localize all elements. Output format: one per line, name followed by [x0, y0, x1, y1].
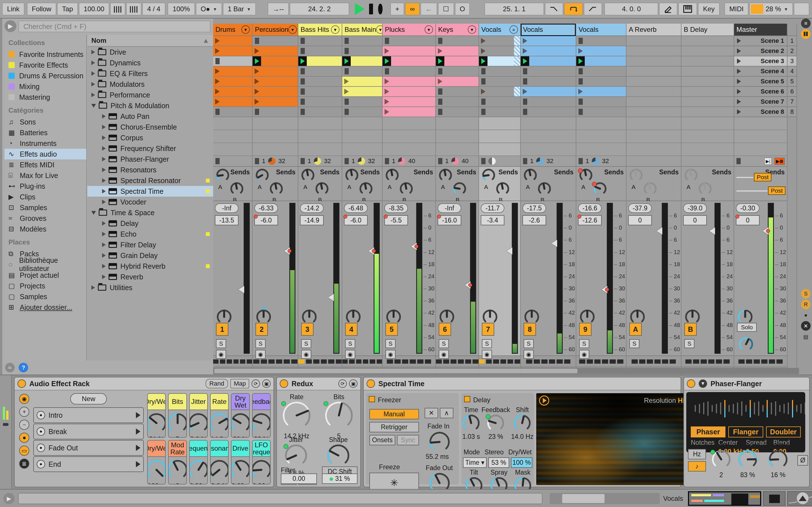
- track-header[interactable]: Plucks▼: [383, 24, 435, 36]
- overdub-button[interactable]: +: [391, 3, 404, 15]
- scene-slot-4[interactable]: Scene 4: [734, 66, 787, 76]
- clip-slot-4[interactable]: [681, 66, 733, 76]
- tree-item-utilities[interactable]: Utilities: [87, 282, 213, 293]
- scene-play-icon[interactable]: [737, 69, 741, 74]
- clip-slot-4[interactable]: [436, 66, 478, 76]
- send-b-knob[interactable]: [269, 181, 284, 198]
- freezer-retrigger-button[interactable]: Retrigger: [369, 422, 419, 432]
- send-a-knob[interactable]: [481, 168, 496, 184]
- strip-cell[interactable]: [493, 359, 499, 363]
- peak-level-display[interactable]: -17.5: [522, 203, 546, 213]
- macro-knob[interactable]: [189, 459, 208, 482]
- solo-button[interactable]: S: [684, 339, 695, 348]
- macro-knob[interactable]: [168, 459, 187, 482]
- clip-slot-4[interactable]: [342, 66, 382, 76]
- clip-slot-5[interactable]: [521, 76, 576, 87]
- clip-slot-2[interactable]: [253, 46, 298, 56]
- arm-button[interactable]: ◉: [345, 350, 355, 359]
- solo-button[interactable]: S: [482, 339, 492, 348]
- clip-slot-2[interactable]: [436, 46, 478, 56]
- strip-cell[interactable]: [754, 359, 760, 363]
- expand-arrow-icon[interactable]: [91, 71, 95, 76]
- strip-cell[interactable]: [647, 359, 653, 363]
- expand-arrow-icon[interactable]: [102, 114, 106, 119]
- phaser-hz-button[interactable]: Hz: [688, 449, 706, 459]
- tree-item-delay[interactable]: Delay: [87, 218, 213, 229]
- redux-filter-freq-field[interactable]: 0.00: [281, 473, 317, 484]
- collection-item-0[interactable]: Favorite Instruments: [4, 49, 86, 60]
- status-fold-up-button[interactable]: [796, 492, 809, 505]
- spectral-power-led[interactable]: [366, 379, 375, 388]
- tab-doubler[interactable]: Doubler: [766, 427, 801, 438]
- clip-slot-6[interactable]: [436, 87, 478, 97]
- peak-level-display[interactable]: -39.0: [683, 203, 707, 213]
- expand-arrow-icon[interactable]: [102, 232, 106, 236]
- tap-tempo-button[interactable]: Tap: [57, 3, 78, 15]
- strip-cell[interactable]: [240, 359, 245, 363]
- rack-rand-button[interactable]: Rand: [206, 379, 229, 388]
- rack-variation-camera-icon[interactable]: ⏺: [19, 433, 29, 443]
- rack-variation-camera2-icon[interactable]: ▭: [19, 446, 29, 456]
- strip-cell[interactable]: [686, 359, 692, 363]
- strip-cell[interactable]: [549, 359, 555, 363]
- volume-field[interactable]: -14.9: [300, 215, 324, 225]
- tree-item-modulators[interactable]: Modulators: [87, 79, 213, 90]
- solo-button[interactable]: Solo: [737, 323, 757, 332]
- category-item-effets-midi[interactable]: ≣Effets MIDI: [4, 159, 86, 170]
- strip-cell[interactable]: [557, 359, 563, 363]
- strip-cell[interactable]: [526, 359, 532, 363]
- track-activator[interactable]: 4: [345, 323, 357, 336]
- strip-cell[interactable]: [739, 359, 745, 363]
- midi-map-button[interactable]: MIDI: [725, 3, 749, 15]
- track-activator[interactable]: 3: [301, 323, 313, 336]
- clip-slot-6[interactable]: [521, 87, 576, 97]
- clip-stop-row[interactable]: [213, 156, 252, 167]
- show-sends-toggle[interactable]: S: [801, 289, 811, 298]
- clip-slot-3[interactable]: [253, 56, 298, 66]
- clip-slot-4[interactable]: [298, 66, 342, 76]
- category-item-clips[interactable]: ▶Clips: [4, 191, 86, 202]
- tree-item-corpus[interactable]: Corpus: [87, 132, 213, 143]
- strip-cell[interactable]: [541, 359, 548, 363]
- show-crossfade-toggle[interactable]: ▤: [801, 332, 811, 341]
- clip-slot-8[interactable]: [436, 107, 478, 117]
- arm-button[interactable]: ◉: [482, 350, 492, 359]
- strip-cell[interactable]: [708, 359, 714, 363]
- track-header[interactable]: Vocals: [576, 24, 626, 36]
- send-a-knob[interactable]: [684, 168, 698, 184]
- strip-cell[interactable]: [716, 359, 722, 363]
- place-item-5[interactable]: ⊞Ajouter dossier...: [4, 302, 86, 313]
- strip-cell[interactable]: [291, 359, 297, 363]
- variation-launch-icon[interactable]: [136, 461, 140, 467]
- clip-stop-row[interactable]: 132: [253, 156, 298, 167]
- track-header-menu-icon[interactable]: ▼: [376, 25, 382, 34]
- track-header[interactable]: Keys▼: [436, 24, 478, 36]
- track-header[interactable]: Bass Hits▼: [298, 24, 342, 36]
- send-b-knob[interactable]: [643, 181, 658, 198]
- punch-in-button[interactable]: [545, 3, 563, 15]
- scene-play-icon[interactable]: [737, 109, 741, 114]
- track-activator[interactable]: 2: [255, 323, 268, 336]
- clip-slot-5[interactable]: [479, 76, 520, 87]
- tree-item-echo[interactable]: Echo: [87, 229, 213, 239]
- macro-knob[interactable]: [231, 459, 250, 482]
- tree-item-reverb[interactable]: Reverb: [87, 272, 213, 282]
- track-activator[interactable]: 7: [482, 323, 494, 336]
- strip-cell[interactable]: [349, 359, 354, 363]
- send-b-knob[interactable]: [315, 181, 329, 198]
- scene-slot-7[interactable]: Scene 7: [734, 97, 787, 107]
- volume-field[interactable]: -6.0: [254, 215, 278, 225]
- solo-button[interactable]: S: [345, 339, 355, 348]
- scene-number-8[interactable]: 8: [788, 107, 797, 117]
- send-b-knob[interactable]: [399, 181, 414, 198]
- send-b-knob[interactable]: [495, 181, 510, 198]
- freezer-x-button[interactable]: ✕: [424, 408, 438, 418]
- peak-level-display[interactable]: -37.9: [628, 203, 652, 213]
- tab-flanger[interactable]: Flanger: [728, 427, 763, 438]
- category-item-grooves[interactable]: ≈Grooves: [4, 213, 86, 224]
- phaser-phase-invert-button[interactable]: Ø: [797, 455, 808, 466]
- clip-slot-3[interactable]: [213, 56, 252, 66]
- tree-item-pitch-modulation[interactable]: Pitch & Modulation: [87, 100, 213, 111]
- arm-button[interactable]: ◉: [439, 350, 449, 359]
- strip-cell[interactable]: [234, 359, 239, 363]
